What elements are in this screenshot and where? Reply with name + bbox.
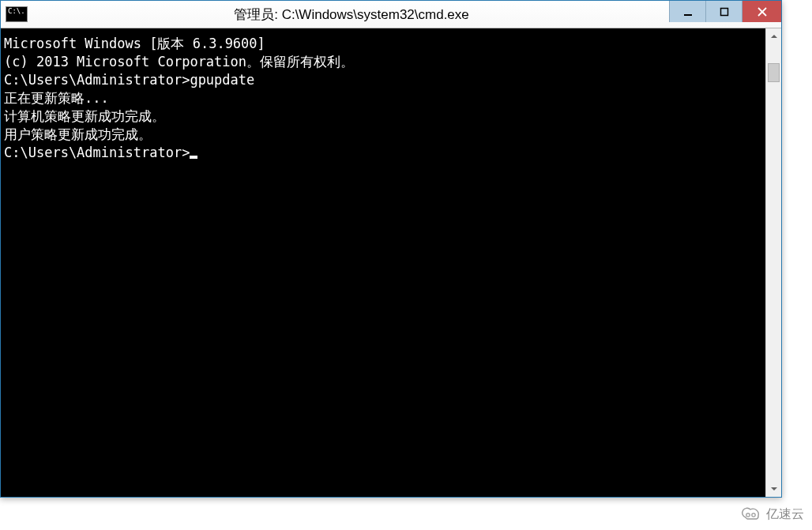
maximize-icon xyxy=(720,7,729,17)
watermark-text: 亿速云 xyxy=(766,506,804,523)
cmd-window: C:\. 管理员: C:\Windows\system32\cmd.exe Mi… xyxy=(0,0,782,498)
terminal-line: 用户策略更新成功完成。 xyxy=(4,126,762,144)
minimize-button[interactable] xyxy=(669,1,705,22)
terminal-output[interactable]: Microsoft Windows [版本 6.3.9600](c) 2013 … xyxy=(1,28,765,497)
maximize-button[interactable] xyxy=(705,1,742,22)
svg-marker-5 xyxy=(771,487,777,491)
terminal-line: C:\Users\Administrator>gpupdate xyxy=(4,71,762,89)
minimize-icon xyxy=(683,7,693,17)
svg-marker-4 xyxy=(771,35,777,38)
svg-point-7 xyxy=(752,513,755,517)
scroll-up-button[interactable] xyxy=(766,28,781,44)
terminal-line: C:\Users\Administrator> xyxy=(4,144,762,162)
close-icon xyxy=(757,7,767,17)
terminal-line: 计算机策略更新成功完成。 xyxy=(4,107,762,126)
chevron-down-icon xyxy=(771,486,777,492)
terminal-area: Microsoft Windows [版本 6.3.9600](c) 2013 … xyxy=(1,28,781,497)
terminal-line: Microsoft Windows [版本 6.3.9600] xyxy=(4,35,762,53)
terminal-cursor xyxy=(190,156,197,159)
scroll-thumb[interactable] xyxy=(768,63,780,82)
svg-rect-1 xyxy=(720,8,727,15)
scroll-track[interactable] xyxy=(766,44,781,481)
app-icon: C:\. xyxy=(6,6,28,22)
chevron-up-icon xyxy=(771,33,777,39)
scroll-down-button[interactable] xyxy=(766,481,781,497)
close-button[interactable] xyxy=(742,1,781,22)
terminal-line: 正在更新策略... xyxy=(4,89,762,107)
terminal-line: (c) 2013 Microsoft Corporation。保留所有权利。 xyxy=(4,53,762,71)
watermark: 亿速云 xyxy=(739,505,804,524)
cloud-icon xyxy=(739,505,761,524)
scrollbar[interactable] xyxy=(765,28,781,497)
window-title: 管理员: C:\Windows\system32\cmd.exe xyxy=(34,6,669,24)
svg-point-6 xyxy=(746,513,750,517)
window-controls xyxy=(669,1,781,22)
titlebar[interactable]: C:\. 管理员: C:\Windows\system32\cmd.exe xyxy=(1,1,781,28)
